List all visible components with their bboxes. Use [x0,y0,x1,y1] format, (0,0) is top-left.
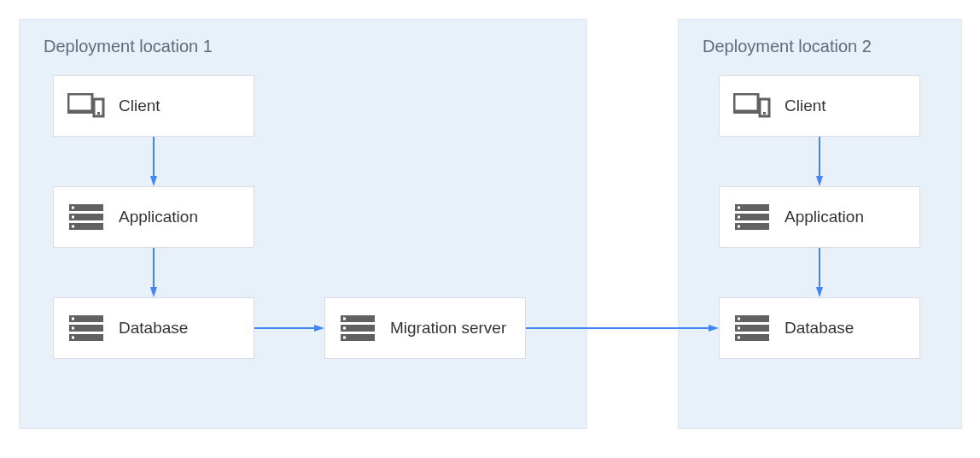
arrow-db1-migration [254,325,324,332]
server-icon [733,309,771,347]
svg-rect-9 [72,226,74,228]
svg-rect-15 [72,337,74,339]
node-application-2: Application [719,186,920,248]
svg-marker-39 [150,176,157,186]
server-icon [67,198,105,236]
svg-rect-3 [97,112,100,114]
node-migration-server: Migration server [324,297,526,359]
svg-rect-0 [68,94,92,111]
node-label: Database [119,319,188,338]
svg-rect-19 [343,318,346,320]
svg-marker-41 [150,287,157,297]
svg-rect-22 [734,94,758,111]
arrow-app2-db2 [816,248,823,297]
region-title-2: Deployment location 2 [703,37,872,56]
node-label: Database [785,319,854,338]
node-client-1: Client [53,75,254,137]
svg-rect-1 [67,111,93,114]
svg-rect-7 [72,207,74,209]
devices-icon [733,87,771,125]
arrow-migration-db2 [526,325,719,332]
server-icon [67,309,105,347]
svg-rect-21 [343,337,346,339]
arrow-client2-app2 [816,137,823,186]
node-label: Migration server [390,319,506,338]
svg-marker-45 [709,325,719,332]
svg-rect-37 [738,337,740,339]
server-icon [733,198,771,236]
arrow-app1-db1 [150,248,157,297]
svg-rect-30 [738,216,740,219]
arrow-client1-app1 [150,137,157,186]
svg-rect-31 [738,226,740,228]
svg-marker-43 [314,325,324,332]
node-database-2: Database [719,297,920,359]
devices-icon [67,87,105,125]
node-application-1: Application [53,186,254,248]
node-label: Client [119,97,160,116]
svg-rect-13 [72,318,74,320]
node-label: Client [785,97,826,116]
svg-marker-49 [816,287,823,297]
svg-rect-20 [343,327,346,330]
region-title-1: Deployment location 1 [44,37,213,56]
node-label: Application [785,208,864,227]
node-client-2: Client [719,75,920,137]
node-database-1: Database [53,297,254,359]
node-label: Application [119,208,198,227]
svg-rect-14 [72,327,74,330]
svg-rect-36 [738,327,740,330]
svg-rect-29 [738,207,740,209]
svg-rect-23 [733,111,759,114]
svg-rect-35 [738,318,740,320]
server-icon [339,309,376,347]
svg-rect-8 [72,216,74,219]
svg-rect-25 [763,112,766,114]
svg-marker-47 [816,176,823,186]
